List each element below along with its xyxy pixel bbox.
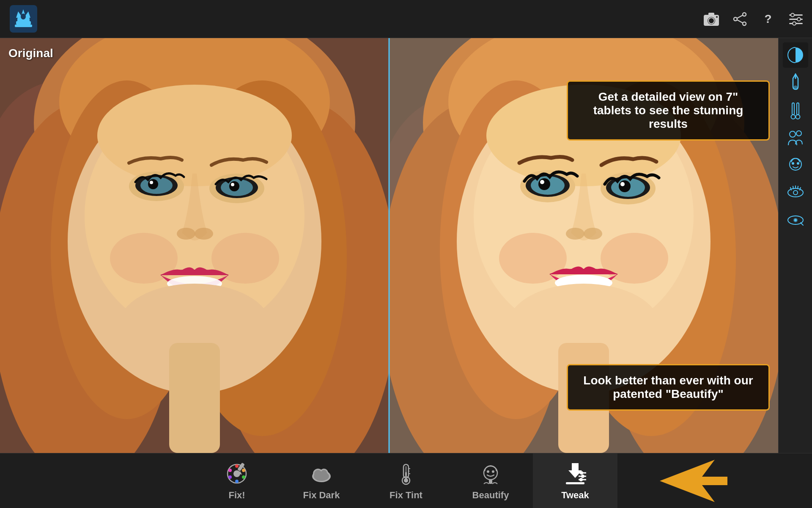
tool-fix-dark[interactable]: Fix Dark bbox=[279, 453, 364, 508]
svg-point-87 bbox=[793, 86, 798, 90]
help-icon[interactable]: ? bbox=[760, 11, 776, 27]
svg-point-90 bbox=[791, 115, 795, 119]
svg-point-82 bbox=[584, 228, 602, 240]
svg-point-98 bbox=[793, 190, 798, 195]
sidebar-item-group[interactable] bbox=[783, 125, 808, 150]
svg-point-79 bbox=[619, 180, 631, 192]
svg-point-128 bbox=[404, 478, 408, 483]
svg-line-107 bbox=[801, 223, 803, 225]
svg-point-46 bbox=[150, 181, 153, 184]
svg-point-95 bbox=[792, 162, 794, 165]
svg-rect-4 bbox=[15, 25, 32, 27]
sidebar-item-temperature[interactable] bbox=[783, 97, 808, 123]
svg-text:?: ? bbox=[764, 12, 771, 25]
bottom-toolbar: Fix! Fix Dark bbox=[0, 453, 812, 508]
svg-point-20 bbox=[791, 13, 794, 17]
svg-point-140 bbox=[580, 471, 583, 475]
sidebar-item-eye-color[interactable] bbox=[783, 207, 808, 233]
svg-rect-143 bbox=[566, 482, 584, 484]
svg-rect-89 bbox=[797, 103, 799, 115]
tool-fix[interactable]: Fix! bbox=[195, 453, 279, 508]
svg-point-141 bbox=[581, 475, 584, 478]
svg-point-22 bbox=[793, 22, 796, 25]
split-line bbox=[389, 38, 390, 453]
tool-fix-tint-icon bbox=[393, 461, 419, 486]
svg-marker-144 bbox=[660, 460, 727, 502]
svg-point-75 bbox=[540, 180, 544, 184]
arrow-indicator bbox=[660, 460, 727, 504]
tool-beautify[interactable]: Beautify bbox=[448, 453, 533, 508]
svg-point-21 bbox=[797, 17, 801, 21]
app-logo[interactable] bbox=[8, 4, 38, 34]
tool-fix-dark-icon bbox=[309, 461, 334, 486]
main-image-area[interactable]: Original Get a detailed view on 7" table… bbox=[0, 38, 778, 453]
svg-point-11 bbox=[743, 13, 746, 16]
svg-line-102 bbox=[798, 186, 798, 189]
svg-rect-88 bbox=[792, 103, 794, 115]
svg-point-114 bbox=[228, 475, 232, 479]
sidebar bbox=[778, 38, 812, 453]
svg-point-111 bbox=[242, 469, 245, 472]
tooltip-top: Get a detailed view on 7" tablets to see… bbox=[567, 80, 770, 141]
svg-point-74 bbox=[538, 178, 550, 190]
sidebar-item-eye-effect[interactable] bbox=[783, 180, 808, 205]
svg-point-94 bbox=[790, 158, 801, 170]
header: ? bbox=[0, 0, 812, 38]
tool-fix-dark-label: Fix Dark bbox=[303, 490, 340, 501]
svg-point-13 bbox=[734, 17, 737, 21]
svg-point-112 bbox=[242, 475, 245, 479]
svg-point-81 bbox=[566, 228, 584, 240]
tool-beautify-label: Beautify bbox=[472, 490, 509, 501]
svg-point-123 bbox=[321, 470, 327, 476]
svg-line-100 bbox=[793, 186, 793, 189]
svg-point-93 bbox=[796, 131, 801, 136]
svg-point-115 bbox=[228, 469, 232, 472]
tooltip-bottom: Look better than ever with our patented … bbox=[567, 364, 770, 411]
svg-line-15 bbox=[737, 20, 743, 23]
svg-point-80 bbox=[620, 182, 625, 186]
camera-icon[interactable] bbox=[703, 11, 720, 27]
sidebar-item-dropper[interactable] bbox=[783, 70, 808, 95]
header-right: ? bbox=[703, 11, 804, 27]
tool-beautify-icon bbox=[478, 461, 503, 486]
svg-point-51 bbox=[231, 183, 234, 186]
svg-point-96 bbox=[797, 162, 799, 165]
tool-fix-tint-label: Fix Tint bbox=[390, 490, 422, 501]
tool-tweak[interactable]: Tweak bbox=[533, 453, 617, 508]
svg-point-5 bbox=[21, 14, 26, 19]
svg-rect-9 bbox=[708, 13, 714, 16]
svg-point-69 bbox=[601, 233, 668, 284]
svg-rect-56 bbox=[169, 343, 220, 453]
svg-rect-126 bbox=[405, 472, 407, 476]
svg-point-91 bbox=[796, 115, 800, 119]
tool-tweak-icon bbox=[562, 461, 588, 486]
sidebar-item-face[interactable] bbox=[783, 152, 808, 178]
svg-point-52 bbox=[177, 228, 195, 240]
svg-point-113 bbox=[235, 480, 239, 483]
svg-point-12 bbox=[743, 22, 746, 25]
svg-point-110 bbox=[235, 464, 239, 468]
svg-point-142 bbox=[579, 478, 583, 481]
svg-point-97 bbox=[788, 188, 803, 197]
svg-point-53 bbox=[195, 228, 213, 240]
original-label: Original bbox=[8, 47, 53, 60]
svg-point-134 bbox=[492, 470, 494, 473]
svg-point-10 bbox=[716, 16, 718, 18]
share-icon[interactable] bbox=[732, 11, 748, 27]
settings-icon[interactable] bbox=[788, 11, 804, 27]
tool-fix-icon bbox=[224, 461, 250, 486]
svg-point-40 bbox=[211, 233, 279, 284]
svg-point-106 bbox=[794, 219, 797, 221]
svg-point-122 bbox=[314, 470, 322, 478]
svg-point-68 bbox=[499, 233, 567, 284]
svg-point-39 bbox=[110, 233, 178, 284]
svg-point-50 bbox=[229, 181, 239, 191]
svg-point-41 bbox=[97, 85, 292, 186]
svg-line-14 bbox=[737, 15, 743, 18]
svg-point-133 bbox=[487, 470, 489, 473]
svg-rect-135 bbox=[489, 480, 492, 484]
svg-point-92 bbox=[790, 131, 796, 137]
sidebar-item-palette[interactable] bbox=[783, 42, 808, 68]
svg-point-45 bbox=[148, 179, 158, 189]
tool-fix-tint[interactable]: Fix Tint bbox=[364, 453, 448, 508]
